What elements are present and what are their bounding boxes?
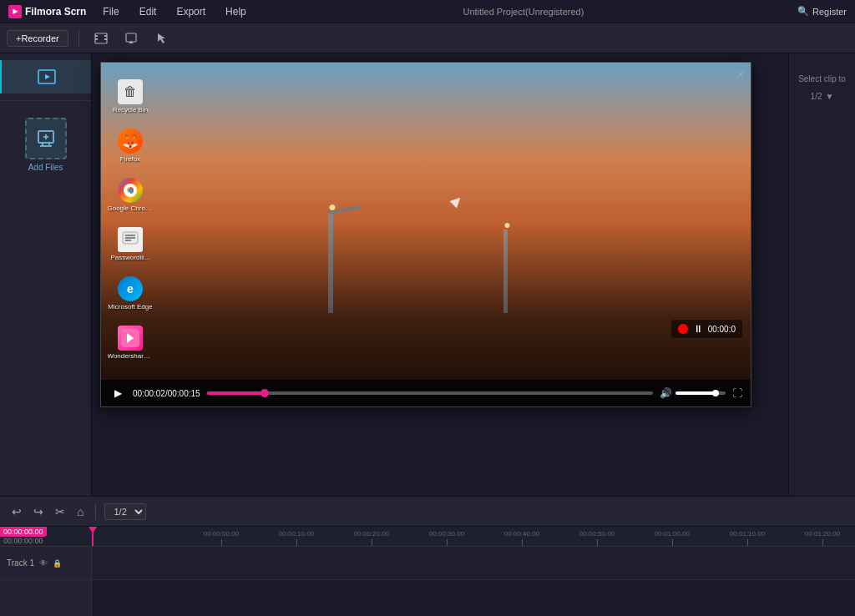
progress-bar[interactable] <box>207 391 653 395</box>
panel-icons <box>0 53 91 100</box>
fullscreen-button[interactable]: ⛶ <box>732 387 742 399</box>
progress-fill <box>207 391 265 395</box>
playback-bar: ▶ 00:00:02/00:00:15 🔊 <box>101 380 751 406</box>
filmora-logo-icon: ▶ <box>8 5 22 18</box>
svg-point-10 <box>129 189 133 193</box>
main-area: Add Files × 🗑 Recycle Bin <box>0 53 855 496</box>
timeline-ruler: 00:00:00.00 00:00:00:00 00:00:00.00 00:0… <box>0 527 855 547</box>
left-panel: Add Files <box>0 53 92 496</box>
password-svg <box>121 230 139 249</box>
recycle-bin-label: Recycle Bin <box>113 106 148 114</box>
redo-button[interactable]: ↪ <box>30 503 47 520</box>
desktop-icon-edge: e Microsoft Edge <box>109 276 151 311</box>
ruler-label-6: 00:01:00.00 <box>655 530 690 538</box>
svg-rect-1 <box>95 35 98 37</box>
sidebar-item-media[interactable] <box>0 60 91 93</box>
ruler-mark-2: 00:00:20.00 <box>334 530 409 546</box>
volume-icon: 🔊 <box>660 387 672 399</box>
desktop-icon-recycle: 🗑 Recycle Bin <box>109 79 151 114</box>
ruler-label-0: 00:00:00.00 <box>204 530 239 538</box>
desktop-icon-firefox: 🦊 Firefox <box>109 129 151 163</box>
recorder-button[interactable]: +Recorder <box>7 30 68 47</box>
current-time-secondary: 00:00:00:00 <box>0 537 43 545</box>
top-bar-left: ▶ Filmora Scrn File Edit Export Help <box>8 4 250 19</box>
timeline-section: 00:00:00.00 00:00:00:00 00:00:00.00 00:0… <box>0 526 855 616</box>
ruler-tick-3 <box>447 539 448 546</box>
annotation-btn[interactable] <box>119 27 143 50</box>
popup-close-button[interactable]: × <box>737 68 744 81</box>
zoom-ratio-label: 1/2 <box>811 92 822 101</box>
toolbar: +Recorder <box>0 23 855 53</box>
ruler-tick-8 <box>822 539 823 546</box>
ruler-tick-1 <box>296 539 297 546</box>
password-label: Passwordiii... <box>110 254 149 261</box>
track-1-row <box>92 547 855 580</box>
ruler-mark-7: 00:01:10.00 <box>710 530 785 546</box>
bottom-controls: ↩ ↪ ✂ ⌂ 1/2 1/4 1/1 <box>0 496 855 526</box>
media-panel-btn[interactable] <box>89 27 113 50</box>
media-panel-icon <box>37 67 57 87</box>
edge-icon: e <box>118 276 143 301</box>
add-files-button[interactable] <box>25 118 67 159</box>
timeline-playhead[interactable] <box>92 527 94 546</box>
ruler-tick-7 <box>747 539 748 546</box>
ruler-tick-6 <box>672 539 673 546</box>
progress-thumb[interactable] <box>261 389 269 397</box>
ruler-label-2: 00:00:20.00 <box>354 530 389 538</box>
menu-file[interactable]: File <box>99 4 122 19</box>
track-labels: Track 1 👁 🔒 <box>0 547 92 616</box>
cursor-icon <box>154 32 168 45</box>
lock-icon[interactable]: 🔒 <box>53 559 62 568</box>
ruler-label-1: 00:00:10.00 <box>279 530 314 538</box>
annotation-icon <box>124 32 138 45</box>
svg-rect-5 <box>126 33 136 42</box>
chrome-icon <box>118 178 143 203</box>
volume-fill <box>675 391 716 395</box>
ruler-label-3: 00:00:30.00 <box>429 530 464 538</box>
zoom-selector[interactable]: 1/2 1/4 1/1 <box>104 503 146 520</box>
timeline-tracks: Track 1 👁 🔒 <box>0 547 855 616</box>
project-title: Untitled Project(Unregistered) <box>463 7 584 17</box>
ruler-label-7: 00:01:10.00 <box>730 530 765 538</box>
popup-window: × 🗑 Recycle Bin 🦊 Firefox <box>100 62 751 407</box>
track-1-name: Track 1 <box>7 558 34 568</box>
cursor-tool-btn[interactable] <box>149 27 173 50</box>
zoom-dropdown-arrow[interactable]: ▼ <box>826 92 834 101</box>
register-label: Register <box>812 7 847 17</box>
password-icon <box>118 227 143 252</box>
overlay-timer: 00:00:0 <box>708 325 736 334</box>
undo-button[interactable]: ↩ <box>8 503 25 520</box>
svg-rect-2 <box>95 38 98 40</box>
volume-control: 🔊 <box>660 387 726 399</box>
firefox-label: Firefox <box>120 155 140 163</box>
chrome-label: Google Chrome <box>108 204 154 212</box>
cut-button[interactable]: ✂ <box>52 503 68 520</box>
desktop-icon-filmora: Wondershare Filmora Scrn <box>109 326 151 360</box>
menu-help[interactable]: Help <box>222 4 250 19</box>
ruler-mark-4: 00:00:40.00 <box>484 530 559 546</box>
eye-icon[interactable]: 👁 <box>39 558 48 568</box>
street-lamp-post-1 <box>328 213 333 313</box>
current-time-display: 00:00:02/00:00:15 <box>133 389 200 398</box>
track-area <box>92 547 855 616</box>
svg-marker-7 <box>45 74 50 79</box>
ruler-marks: 00:00:00.00 00:00:10.00 00:00:20.00 00:0… <box>92 527 855 546</box>
current-time: 00:00:02 <box>133 389 165 398</box>
home-button[interactable]: ⌂ <box>73 503 87 520</box>
register-btn[interactable]: 🔍 Register <box>797 6 847 17</box>
ruler-mark-5: 00:00:50.00 <box>559 530 635 546</box>
ruler-tick-0 <box>221 539 222 546</box>
menu-export[interactable]: Export <box>173 4 209 19</box>
volume-bar[interactable] <box>675 391 726 395</box>
ruler-tick-2 <box>372 539 372 546</box>
svg-rect-4 <box>104 38 107 40</box>
desktop-icon-password: Passwordiii... <box>109 227 151 261</box>
center-area: × 🗑 Recycle Bin 🦊 Firefox <box>92 53 788 496</box>
volume-thumb[interactable] <box>712 390 719 396</box>
play-button[interactable]: ▶ <box>109 385 126 401</box>
add-icon <box>36 129 56 149</box>
ruler-label-4: 00:00:40.00 <box>504 530 539 538</box>
video-overlay-controls: ⏸ 00:00:0 <box>671 320 742 338</box>
menu-edit[interactable]: Edit <box>136 4 160 19</box>
search-icon: 🔍 <box>797 6 809 17</box>
